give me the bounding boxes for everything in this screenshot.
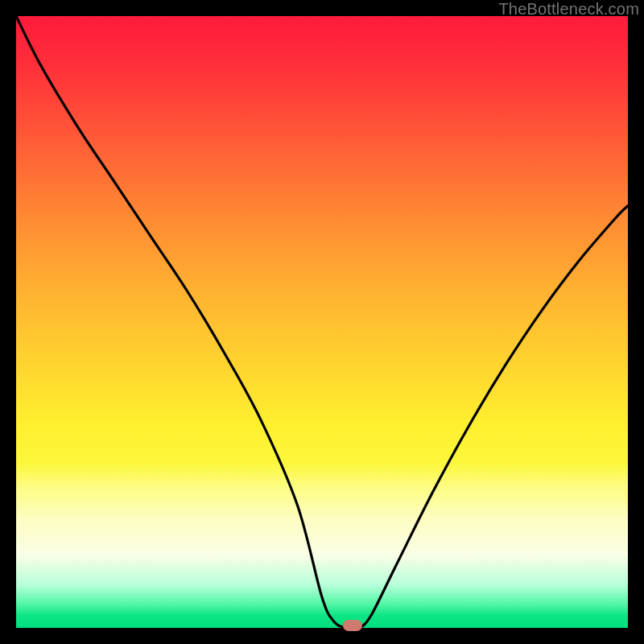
plot-area <box>16 16 628 628</box>
bottleneck-curve <box>16 16 628 628</box>
minimum-marker <box>343 620 362 631</box>
chart-frame: TheBottleneck.com <box>0 0 644 644</box>
